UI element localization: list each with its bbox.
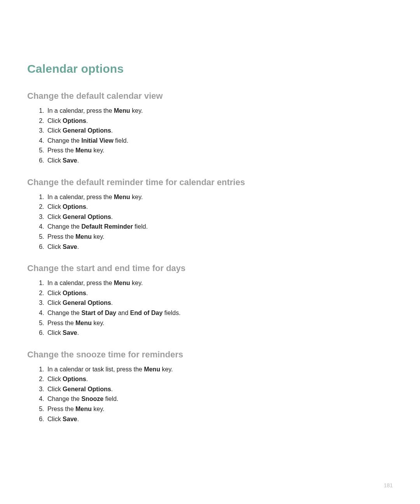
step-text: Click — [47, 329, 63, 336]
step-item: Change the Default Reminder field. — [46, 222, 393, 232]
steps-list: In a calendar or task list, press the Me… — [27, 364, 393, 424]
step-bold-text: Menu — [114, 280, 130, 286]
step-bold-text: Menu — [75, 320, 92, 326]
step-text: Click — [47, 157, 63, 164]
step-bold-text: Menu — [75, 147, 92, 154]
step-text: Click — [47, 243, 63, 250]
step-item: Change the Initial View field. — [46, 136, 393, 146]
step-text: . — [111, 299, 113, 306]
step-bold-text: Options — [63, 376, 86, 382]
page-number: 181 — [384, 482, 393, 488]
step-text: Press the — [47, 147, 75, 154]
step-item: In a calendar, press the Menu key. — [46, 278, 393, 288]
step-item: Change the Start of Day and End of Day f… — [46, 308, 393, 318]
step-text: Change the — [47, 396, 81, 402]
step-bold-text: General Options — [63, 299, 111, 306]
step-bold-text: Default Reminder — [81, 223, 133, 230]
step-text: Change the — [47, 137, 81, 144]
step-item: Click General Options. — [46, 212, 393, 222]
step-text: and — [116, 310, 130, 316]
step-bold-text: General Options — [63, 214, 111, 220]
step-text: Click — [47, 203, 63, 210]
step-text: Click — [47, 416, 63, 422]
page: Calendar options Change the default cale… — [0, 0, 420, 504]
step-bold-text: Menu — [75, 233, 92, 240]
step-bold-text: Options — [63, 290, 86, 296]
subsection-title: Change the default reminder time for cal… — [27, 177, 393, 187]
step-bold-text: General Options — [63, 127, 111, 134]
step-text: field. — [114, 137, 128, 144]
step-item: Click Save. — [46, 242, 393, 252]
step-text: Click — [47, 376, 63, 382]
step-item: Press the Menu key. — [46, 232, 393, 242]
step-text: Change the — [47, 310, 81, 316]
step-text: Click — [47, 386, 63, 392]
step-bold-text: Menu — [75, 406, 92, 412]
step-text: key. — [92, 320, 105, 326]
subsection-title: Change the snooze time for reminders — [27, 350, 393, 360]
step-bold-text: Initial View — [81, 137, 113, 144]
step-item: Click General Options. — [46, 126, 393, 136]
step-text: key. — [92, 147, 105, 154]
step-text: key. — [92, 233, 105, 240]
step-text: Click — [47, 117, 63, 124]
subsections-container: Change the default calendar viewIn a cal… — [27, 91, 393, 424]
step-bold-text: End of Day — [130, 310, 163, 316]
step-text: Click — [47, 299, 63, 306]
subsection-title: Change the start and end time for days — [27, 263, 393, 273]
step-text: . — [77, 416, 79, 422]
step-text: Click — [47, 127, 63, 134]
step-text: field. — [133, 223, 148, 230]
step-text: . — [86, 203, 88, 210]
step-text: . — [77, 329, 79, 336]
step-text: . — [111, 127, 113, 134]
step-text: Change the — [47, 223, 81, 230]
step-item: In a calendar or task list, press the Me… — [46, 364, 393, 374]
step-bold-text: Menu — [144, 366, 160, 373]
step-bold-text: Menu — [114, 107, 130, 114]
step-bold-text: Options — [63, 117, 86, 124]
step-text: fields. — [163, 310, 180, 316]
step-item: Click Save. — [46, 156, 393, 166]
step-bold-text: General Options — [63, 386, 111, 392]
step-item: Click Save. — [46, 328, 393, 338]
step-bold-text: Snooze — [81, 396, 103, 402]
step-text: . — [86, 290, 88, 296]
step-item: Press the Menu key. — [46, 318, 393, 328]
step-text: . — [111, 214, 113, 220]
step-text: . — [86, 376, 88, 382]
step-item: Click Options. — [46, 288, 393, 298]
step-bold-text: Start of Day — [81, 310, 116, 316]
step-bold-text: Save — [63, 416, 77, 422]
step-text: . — [111, 386, 113, 392]
step-text: . — [86, 117, 88, 124]
step-text: . — [77, 157, 79, 164]
step-text: key. — [160, 366, 173, 373]
step-text: . — [77, 243, 79, 250]
step-item: Click Options. — [46, 116, 393, 126]
step-item: Press the Menu key. — [46, 404, 393, 414]
subsection-title: Change the default calendar view — [27, 91, 393, 101]
step-text: key. — [92, 406, 105, 412]
step-text: key. — [130, 194, 143, 200]
step-text: Press the — [47, 233, 75, 240]
step-text: Click — [47, 290, 63, 296]
step-bold-text: Save — [63, 329, 77, 336]
step-text: In a calendar, press the — [47, 280, 114, 286]
steps-list: In a calendar, press the Menu key.Click … — [27, 106, 393, 166]
step-text: In a calendar or task list, press the — [47, 366, 144, 373]
step-bold-text: Save — [63, 157, 77, 164]
step-item: Click General Options. — [46, 384, 393, 394]
step-text: Press the — [47, 406, 75, 412]
step-bold-text: Save — [63, 243, 77, 250]
step-item: Click Options. — [46, 374, 393, 384]
step-text: Click — [47, 214, 63, 220]
steps-list: In a calendar, press the Menu key.Click … — [27, 192, 393, 252]
step-item: Click General Options. — [46, 298, 393, 308]
step-text: In a calendar, press the — [47, 194, 114, 200]
steps-list: In a calendar, press the Menu key.Click … — [27, 278, 393, 338]
section-title: Calendar options — [27, 62, 393, 75]
step-item: Change the Snooze field. — [46, 394, 393, 404]
step-item: Click Save. — [46, 414, 393, 424]
step-text: key. — [130, 280, 143, 286]
